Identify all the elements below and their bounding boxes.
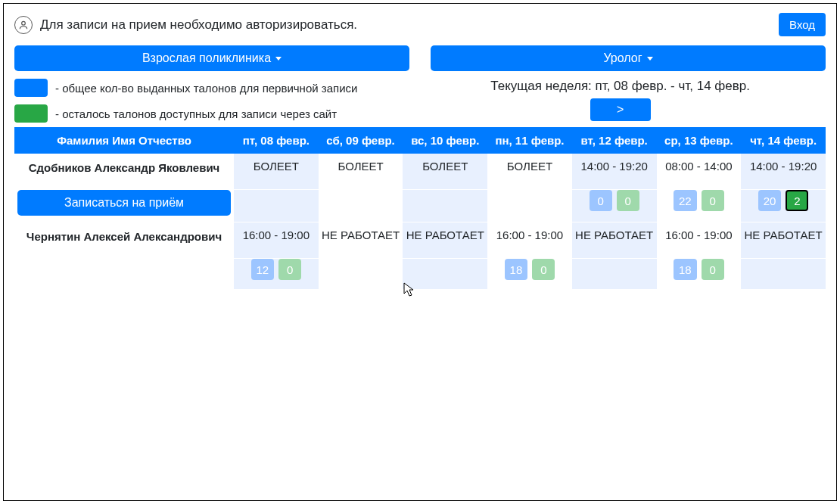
total-pill: 18: [505, 259, 528, 280]
slots-cell: [403, 190, 487, 222]
column-header-day: сб, 09 февр.: [319, 127, 403, 154]
next-week-button[interactable]: >: [590, 98, 651, 121]
doctor-name: Сдобников Александр Яковлевич: [14, 154, 234, 190]
legend-available-label: - осталось талонов доступных для записи …: [55, 107, 337, 120]
cell-text: 16:00 - 19:00: [660, 229, 739, 241]
book-appointment-button[interactable]: Записаться на приём: [17, 190, 231, 216]
clinic-dropdown[interactable]: Взрослая поликлиника: [14, 45, 409, 71]
schedule-cell: 16:00 - 19:00: [487, 222, 572, 259]
cell-text: 16:00 - 19:00: [490, 229, 569, 241]
slots-cell: 00: [572, 190, 657, 222]
specialty-dropdown-label: Уролог: [603, 51, 642, 64]
slots-cell: 120: [234, 259, 319, 290]
schedule-cell: 16:00 - 19:00: [234, 222, 319, 259]
cell-text: БОЛЕЕТ: [406, 160, 484, 173]
cell-text: НЕ РАБОТАЕТ: [322, 229, 400, 241]
svg-point-0: [22, 21, 26, 25]
available-pill: 0: [532, 259, 555, 280]
slots-cell: [234, 190, 319, 222]
schedule-cell: БОЛЕЕТ: [234, 154, 319, 190]
swatch-blue-icon: [14, 79, 48, 97]
doctor-name: Чернятин Алексей Александрович: [14, 222, 234, 259]
cell-text: 14:00 - 19:20: [744, 160, 823, 173]
slots-cell: 220: [657, 190, 742, 222]
cell-text: 08:00 - 14:00: [660, 160, 739, 173]
available-pill: 0: [702, 190, 724, 211]
available-pill[interactable]: 2: [786, 190, 808, 211]
caret-down-icon: [647, 57, 653, 61]
schedule-cell: НЕ РАБОТАЕТ: [403, 222, 487, 259]
slots-cell: 202: [741, 190, 826, 222]
available-pill: 0: [702, 259, 724, 280]
cell-text: БОЛЕЕТ: [237, 160, 316, 173]
slots-cell: [319, 190, 403, 222]
legend-total: - общее кол-во выданных талонов для перв…: [14, 79, 357, 97]
slots-cell: 180: [487, 259, 572, 290]
user-icon: [14, 16, 33, 34]
cell-text: БОЛЕЕТ: [322, 160, 400, 173]
total-pill: 0: [590, 190, 612, 211]
schedule-cell: НЕ РАБОТАЕТ: [741, 222, 826, 259]
slots-cell: [487, 190, 572, 222]
cell-text: 14:00 - 19:20: [575, 160, 654, 173]
total-pill: 20: [758, 190, 782, 211]
current-week-label: Текущая неделя: пт, 08 февр. - чт, 14 фе…: [490, 79, 750, 94]
column-header-day: ср, 13 февр.: [657, 127, 742, 154]
slots-cell: [572, 259, 657, 290]
schedule-cell: БОЛЕЕТ: [319, 154, 403, 190]
swatch-green-icon: [14, 104, 48, 123]
cell-text: 16:00 - 19:00: [237, 229, 316, 241]
cell-text: БОЛЕЕТ: [490, 160, 569, 173]
available-pill: 0: [278, 259, 301, 280]
schedule-cell: 14:00 - 19:20: [572, 154, 657, 190]
schedule-cell: 14:00 - 19:20: [741, 154, 826, 190]
schedule-cell: БОЛЕЕТ: [487, 154, 572, 190]
schedule-cell: НЕ РАБОТАЕТ: [319, 222, 403, 259]
auth-notice: Для записи на прием необходимо авторизир…: [40, 17, 771, 33]
legend-available: - осталось талонов доступных для записи …: [14, 104, 357, 123]
column-header-day: пт, 08 февр.: [234, 127, 319, 154]
specialty-dropdown[interactable]: Уролог: [431, 45, 826, 71]
column-header-day: пн, 11 февр.: [487, 127, 572, 154]
cell-text: НЕ РАБОТАЕТ: [575, 229, 654, 241]
slots-cell: [741, 259, 826, 290]
schedule-table: Фамилия Имя Отчество пт, 08 февр.сб, 09 …: [14, 127, 826, 290]
caret-down-icon: [275, 57, 282, 61]
cell-text: НЕ РАБОТАЕТ: [744, 229, 823, 241]
column-header-name: Фамилия Имя Отчество: [14, 127, 234, 154]
schedule-cell: НЕ РАБОТАЕТ: [572, 222, 657, 259]
slots-cell: [319, 259, 403, 290]
column-header-day: вс, 10 февр.: [403, 127, 487, 154]
total-pill: 18: [674, 259, 697, 280]
schedule-cell: 16:00 - 19:00: [657, 222, 742, 259]
total-pill: 12: [251, 259, 275, 280]
available-pill: 0: [617, 190, 639, 211]
clinic-dropdown-label: Взрослая поликлиника: [142, 51, 271, 64]
column-header-day: чт, 14 февр.: [741, 127, 826, 154]
login-button[interactable]: Вход: [779, 13, 826, 36]
slots-cell: [403, 259, 487, 290]
slots-cell: 180: [657, 259, 742, 290]
schedule-cell: БОЛЕЕТ: [403, 154, 487, 190]
cell-text: НЕ РАБОТАЕТ: [406, 229, 484, 241]
total-pill: 22: [674, 190, 697, 211]
legend-total-label: - общее кол-во выданных талонов для перв…: [55, 82, 357, 95]
column-header-day: вт, 12 февр.: [572, 127, 657, 154]
schedule-cell: 08:00 - 14:00: [657, 154, 742, 190]
